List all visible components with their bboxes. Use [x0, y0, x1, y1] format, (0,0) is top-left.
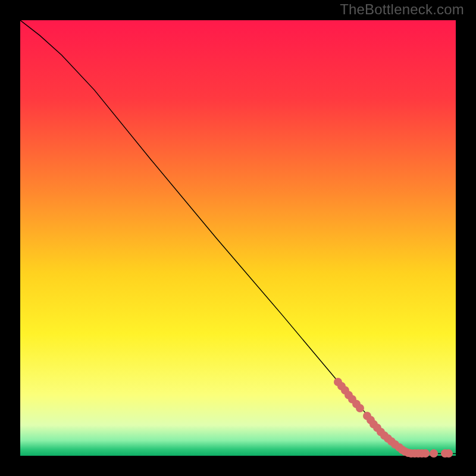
chart-svg — [20, 20, 456, 456]
chart-frame: TheBottleneck.com — [0, 0, 476, 476]
highlight-dot — [444, 449, 453, 458]
highlight-dot — [421, 449, 430, 458]
gradient-rect — [20, 20, 456, 456]
attribution-label: TheBottleneck.com — [340, 1, 464, 18]
plot-area — [20, 20, 456, 456]
highlight-dot — [356, 404, 364, 412]
highlight-dot — [430, 449, 438, 458]
